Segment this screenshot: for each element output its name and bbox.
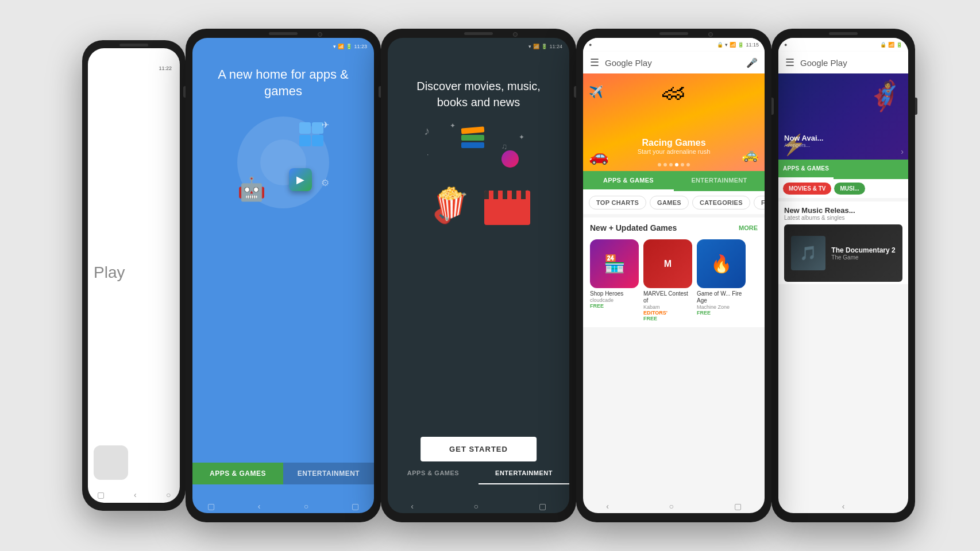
purple-ball: [501, 150, 519, 168]
phone-5-power-button: [915, 98, 917, 115]
phone3-nav-back[interactable]: ‹: [411, 502, 414, 511]
hero-silhouette: 🦸: [867, 79, 902, 112]
phone4-tab-apps[interactable]: APPS & GAMES: [583, 171, 674, 191]
avengers-text-overlay: Now Avai... Avengers...: [784, 134, 823, 148]
phone5-nav-back[interactable]: ‹: [842, 502, 845, 511]
phone-2-screen: ▾ 📶 🔋 11:23 A new home for apps & games …: [192, 38, 374, 513]
phone4-nav-back[interactable]: ‹: [606, 502, 609, 511]
banner-dot-3[interactable]: [669, 163, 673, 166]
phone2-nav-back[interactable]: ‹: [258, 502, 261, 511]
phone5-header: ☰ Google Play: [778, 52, 908, 73]
phone2-tab-entertainment[interactable]: ENTERTAINMENT: [283, 463, 374, 484]
phone3-tab-apps-games[interactable]: APPS & GAMES: [388, 463, 479, 484]
phone3-illustration: ✦ ✦ · ✦ 🎸 🍿: [415, 116, 542, 231]
get-started-button[interactable]: GET STARTED: [420, 437, 537, 461]
phone5-content: ● 🔒 📶 🔋 ☰ Google Play: [778, 38, 908, 513]
phone2-tab-apps-games[interactable]: APPS & GAMES: [192, 463, 283, 484]
phone-5-screen: ● 🔒 📶 🔋 ☰ Google Play: [778, 38, 908, 513]
phone-5: ● 🔒 📶 🔋 ☰ Google Play: [771, 29, 915, 522]
app-publisher-game-of-war: Machine Zone: [697, 304, 746, 310]
phone1-nav-home[interactable]: ○: [166, 490, 171, 499]
phone-3-volume-button: [379, 86, 381, 98]
phone5-pill-movies[interactable]: MOVIES & TV: [783, 183, 831, 195]
phone1-nav-square[interactable]: ▢: [97, 490, 105, 499]
phone-4-camera: [708, 32, 713, 37]
phone3-nav-home[interactable]: ○: [474, 502, 479, 511]
avengers-subtitle: Avengers...: [784, 142, 823, 148]
phone5-pill-music[interactable]: MUSI...: [834, 183, 865, 195]
phone-1-screen: 11:22 Play: [88, 48, 180, 503]
banner-dot-2[interactable]: [663, 163, 667, 166]
app-publisher-shop-heroes: cloudcade: [590, 297, 639, 303]
phone2-wifi-icon: ▾: [333, 44, 336, 49]
banner-text: Racing Games Start your adrenaline rush: [583, 138, 765, 155]
mic-icon[interactable]: 🎤: [746, 57, 758, 68]
banner-title: Racing Games: [583, 138, 765, 148]
phone5-status-dot: ●: [784, 42, 787, 48]
app-card-game-of-war[interactable]: 🔥 Game of W... Fire Age Machine Zone FRE…: [697, 239, 746, 321]
app-name-game-of-war: Game of W... Fire Age: [697, 290, 746, 304]
app-card-shop-heroes[interactable]: 🏪 Shop Heroes cloudcade FREE: [590, 239, 639, 321]
pill-family[interactable]: FAMI...: [754, 196, 765, 209]
phone4-signal-icon: ▾: [725, 42, 728, 48]
phone3-tab-entertainment[interactable]: ENTERTAINMENT: [479, 463, 569, 484]
phone-2-volume-button: [183, 86, 186, 98]
phone4-header: ☰ Google Play 🎤: [583, 52, 765, 73]
phone2-tabs: APPS & GAMES ENTERTAINMENT: [192, 463, 374, 484]
phone4-battery-icon: 🔋: [738, 42, 744, 48]
phone3-signal-icon: 📶: [533, 44, 539, 49]
phone4-nav: ‹ ○ ▢: [576, 502, 771, 511]
phone5-album-card[interactable]: 🎵 The Documentary 2 The Game: [784, 224, 902, 282]
pill-top-charts[interactable]: TOP CHARTS: [589, 196, 646, 209]
app-publisher-marvel: Kabam: [643, 304, 692, 310]
banner-dot-6[interactable]: [686, 163, 690, 166]
phone4-banner[interactable]: 🏎 🚗 🚕 ✈️ Racing Games Start your adrenal…: [583, 73, 765, 171]
pill-categories[interactable]: CATEGORIES: [692, 196, 750, 209]
phone3-nav: ‹ ○ ▢: [381, 502, 576, 511]
phone2-nav-home[interactable]: ○: [304, 502, 308, 511]
phone5-cat-tabs: APPS & GAMES: [778, 160, 908, 179]
phone3-wifi-icon: ▾: [528, 44, 531, 49]
phone5-lock-icon: 🔒: [880, 42, 886, 48]
phone5-hamburger-icon[interactable]: ☰: [785, 56, 794, 69]
phone5-banner[interactable]: 🦸 ⚡ Now Avai... Avengers... ›: [778, 73, 908, 160]
phone2-headline: A new home for apps & games: [192, 55, 374, 99]
album-title: The Documentary 2: [831, 246, 895, 254]
play-search-text[interactable]: Google Play: [605, 58, 740, 68]
car-icon-1: 🏎: [662, 79, 685, 105]
phone4-tab-entertainment[interactable]: ENTERTAINMENT: [674, 171, 765, 191]
phone-1: 11:22 Play ▢ ‹ ○: [82, 40, 186, 511]
phone4-nav-square[interactable]: ▢: [734, 502, 742, 511]
phone4-category-tabs: APPS & GAMES ENTERTAINMENT: [583, 171, 765, 191]
phone-1-speaker: [119, 44, 148, 46]
more-link[interactable]: MORE: [739, 224, 758, 231]
game-of-war-icon-inner: 🔥: [697, 239, 746, 288]
phone5-tab-apps[interactable]: APPS & GAMES: [778, 160, 834, 179]
phone5-statusbar: ● 🔒 📶 🔋: [778, 38, 908, 52]
phone4-nav-home[interactable]: ○: [669, 502, 674, 511]
editors-badge-marvel: EDITORS': [643, 310, 692, 316]
phone3-nav-square[interactable]: ▢: [539, 502, 546, 511]
app-cards-row: 🏪 Shop Heroes cloudcade FREE M MA: [583, 236, 765, 327]
phone2-nav: ▢ ‹ ○ ▢: [186, 502, 381, 511]
phone4-content: ● 🔒 ▾ 📶 🔋 11:15 ☰ Google Play 🎤: [583, 38, 765, 513]
app-card-marvel[interactable]: M MARVEL Contest of Kabam EDITORS' FREE: [643, 239, 692, 321]
banner-dot-1[interactable]: [658, 163, 661, 166]
phone2-nav-recents[interactable]: ▢: [352, 502, 359, 511]
phone2-battery-icon: 🔋: [346, 44, 352, 49]
phone5-pills: MOVIES & TV MUSI...: [778, 179, 908, 198]
phone2-nav-square[interactable]: ▢: [207, 502, 215, 511]
pill-games[interactable]: GAMES: [650, 196, 689, 209]
clapboard-icon: [484, 191, 530, 225]
phone3-battery-icon: 🔋: [541, 44, 547, 49]
phone4-lock-icon: 🔒: [717, 42, 723, 48]
app-name-shop-heroes: Shop Heroes: [590, 290, 639, 297]
phone5-section-subtitle: Latest albums & singles: [784, 215, 902, 221]
phone4-pill-tabs: TOP CHARTS GAMES CATEGORIES FAMI...: [583, 191, 765, 214]
tetris-cell-1: [299, 122, 311, 134]
hamburger-icon[interactable]: ☰: [590, 56, 599, 69]
banner-dot-4[interactable]: [675, 163, 678, 166]
banner-dot-5[interactable]: [681, 163, 684, 166]
chevron-right-icon[interactable]: ›: [901, 147, 904, 156]
phone1-nav-back[interactable]: ‹: [134, 490, 137, 499]
